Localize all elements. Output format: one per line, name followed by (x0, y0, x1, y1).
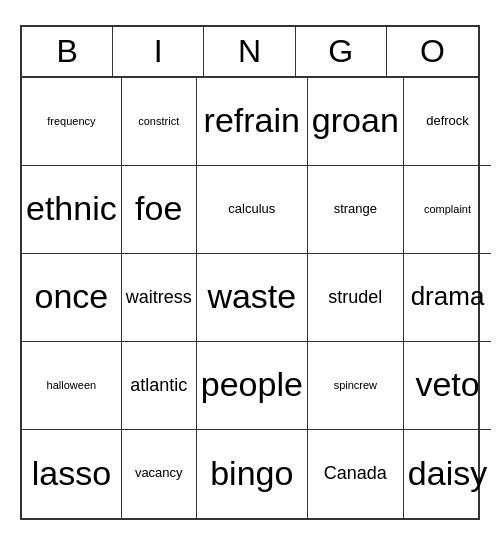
header-letter: N (204, 27, 295, 76)
bingo-cell: defrock (404, 78, 491, 166)
cell-text: groan (312, 101, 399, 140)
bingo-cell: strange (308, 166, 404, 254)
bingo-cell: waitress (122, 254, 197, 342)
bingo-cell: vacancy (122, 430, 197, 518)
bingo-cell: ethnic (22, 166, 122, 254)
bingo-cell: complaint (404, 166, 491, 254)
cell-text: bingo (210, 454, 293, 493)
bingo-cell: atlantic (122, 342, 197, 430)
bingo-cell: daisy (404, 430, 491, 518)
bingo-cell: groan (308, 78, 404, 166)
header-letter: I (113, 27, 204, 76)
cell-text: calculus (228, 202, 275, 217)
bingo-header: BINGO (22, 27, 478, 78)
cell-text: strange (334, 202, 377, 217)
header-letter: O (387, 27, 478, 76)
cell-text: frequency (47, 115, 95, 128)
bingo-cell: bingo (197, 430, 308, 518)
cell-text: waste (207, 277, 296, 316)
bingo-cell: constrict (122, 78, 197, 166)
bingo-cell: Canada (308, 430, 404, 518)
cell-text: halloween (47, 379, 97, 392)
bingo-cell: strudel (308, 254, 404, 342)
cell-text: waitress (126, 287, 192, 308)
cell-text: people (201, 365, 303, 404)
bingo-cell: people (197, 342, 308, 430)
cell-text: drama (411, 282, 485, 312)
bingo-cell: foe (122, 166, 197, 254)
cell-text: vacancy (135, 466, 183, 481)
cell-text: lasso (32, 454, 111, 493)
cell-text: daisy (408, 454, 487, 493)
cell-text: strudel (328, 287, 382, 308)
bingo-cell: refrain (197, 78, 308, 166)
bingo-cell: once (22, 254, 122, 342)
bingo-cell: frequency (22, 78, 122, 166)
cell-text: refrain (204, 101, 300, 140)
bingo-cell: lasso (22, 430, 122, 518)
cell-text: complaint (424, 203, 471, 216)
bingo-cell: spincrew (308, 342, 404, 430)
bingo-cell: calculus (197, 166, 308, 254)
bingo-cell: halloween (22, 342, 122, 430)
cell-text: once (35, 277, 109, 316)
cell-text: foe (135, 189, 182, 228)
cell-text: spincrew (334, 379, 377, 392)
header-letter: G (296, 27, 387, 76)
bingo-cell: waste (197, 254, 308, 342)
cell-text: atlantic (130, 375, 187, 396)
cell-text: Canada (324, 463, 387, 484)
bingo-card: BINGO frequencyconstrictrefraingroandefr… (20, 25, 480, 520)
bingo-grid: frequencyconstrictrefraingroandefrocketh… (22, 78, 478, 518)
header-letter: B (22, 27, 113, 76)
cell-text: defrock (426, 114, 469, 129)
cell-text: constrict (138, 115, 179, 128)
bingo-cell: drama (404, 254, 491, 342)
cell-text: veto (415, 365, 479, 404)
cell-text: ethnic (26, 189, 117, 228)
bingo-cell: veto (404, 342, 491, 430)
